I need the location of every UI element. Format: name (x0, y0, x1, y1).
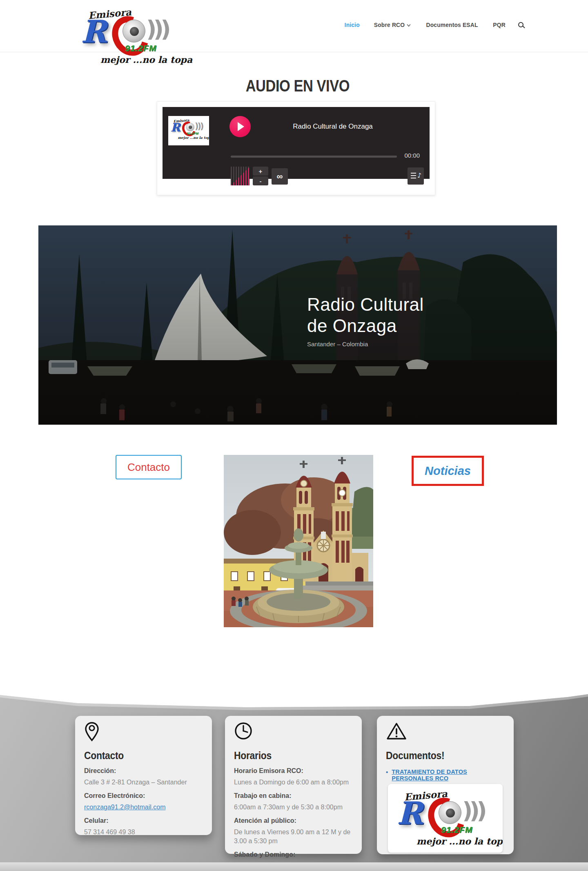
hero-banner: Radio Cultural de Onzaga Santander – Col… (38, 225, 557, 425)
rco-logo: Emisora R ))) 91.2FM mejor ...no la topa (393, 788, 499, 849)
hours-label: Trabajo en cabina: (234, 792, 353, 800)
location-pin-icon (84, 722, 100, 742)
playlist-lines-icon (411, 173, 416, 178)
nav-documentos-esal[interactable]: Documentos ESAL (426, 21, 478, 28)
hours-value: 6:00am a 7:30am y de 5:30 a 8:00pm (234, 803, 353, 812)
footer-card-contact: Contacto Dirección: Calle 3 # 2-81 Onzag… (75, 716, 212, 835)
hours-value: De lunes a Viernes 9.00 am a 12 M y de 3… (234, 828, 353, 846)
news-button[interactable]: Noticias (412, 456, 484, 486)
music-note-icon: ♪ (417, 172, 421, 179)
play-button[interactable] (229, 116, 251, 137)
search-icon[interactable] (518, 22, 523, 27)
speaker-icon (439, 801, 461, 824)
contact-button[interactable]: Contacto (116, 455, 182, 479)
time-display: 00:00 (404, 152, 420, 159)
volume-slider[interactable] (231, 167, 249, 185)
site-header: Emisora R ))) 91.2FM mejor ...no la topa… (0, 0, 588, 52)
footer-top-notch (0, 690, 588, 710)
data-treatment-link[interactable]: TRATAMIENTO DE DATOS PERSONALES RCO (392, 769, 505, 782)
address-label: Dirección: (84, 767, 203, 775)
hours-value: Lunes a Domingo de 6:00 am a 8:00pm (234, 778, 353, 787)
sound-waves-icon: ))) (195, 121, 203, 131)
card-title: Horarios (234, 749, 353, 762)
nav-sobre-rco-label: Sobre RCO (374, 21, 405, 28)
church-photo (224, 455, 373, 627)
logo-r-letter: R (171, 122, 180, 133)
chevron-down-icon (407, 23, 410, 27)
audio-player: Emisora R ))) 91.2FM mejor ...no la topa… (163, 107, 430, 179)
phone-value: 57 314 469 49 38 (84, 828, 203, 837)
play-icon (238, 122, 244, 131)
clock-icon (234, 722, 253, 740)
bullet: • (386, 769, 388, 776)
rco-logo: Emisora R ))) 91.2FM mejor ...no la topa (77, 7, 183, 68)
logo-frequency: 91.2FM (187, 131, 199, 135)
hours-label: Atención al público: (234, 817, 353, 824)
footer-bottom-band (0, 862, 588, 871)
logo-r-letter: R (81, 16, 107, 47)
address-value: Calle 3 # 2-81 Onzaga – Santander (84, 778, 203, 787)
email-label: Correo Electrónico: (84, 792, 203, 800)
site-logo[interactable]: Emisora R ))) 91.2FM mejor ...no la topa (77, 7, 588, 68)
hours-label: Sábado y Domingo: (234, 851, 353, 858)
page-title: AUDIO EN VIVO (38, 77, 557, 95)
track-title: Radio Cultural de Onzaga (261, 123, 405, 131)
player-thumbnail: Emisora R ))) 91.2FM mejor ...no la topa (168, 116, 209, 145)
sound-waves-icon: ))) (462, 797, 484, 824)
card-title: Contacto (84, 749, 203, 762)
footer-logo-box: Emisora R ))) 91.2FM mejor ...no la topa (388, 784, 503, 853)
speaker-icon (186, 123, 194, 131)
nav-sobre-rco[interactable]: Sobre RCO (374, 21, 410, 28)
email-link[interactable]: rconzaga91.2@hotmail.com (84, 804, 165, 811)
nav-inicio[interactable]: Inicio (344, 21, 359, 28)
logo-tagline: mejor ...no la topa (100, 54, 192, 65)
hero-subtitle: Santander – Colombia (307, 341, 425, 348)
logo-tagline: mejor ...no la topa (178, 136, 209, 140)
sound-waves-icon: ))) (146, 16, 168, 42)
footer-card-hours: Horarios Horario Emisora RCO: Lunes a Do… (225, 716, 362, 854)
nav-pqr[interactable]: PQR (493, 21, 505, 28)
footer-card-documents: Documentos! • TRATAMIENTO DE DATOS PERSO… (377, 716, 514, 854)
audio-player-card: Emisora R ))) 91.2FM mejor ...no la topa… (157, 101, 435, 195)
footer: Contacto Dirección: Calle 3 # 2-81 Onzag… (0, 690, 588, 871)
phone-label: Celular: (84, 817, 203, 824)
playlist-button[interactable]: ♪ (408, 167, 424, 185)
rco-logo: Emisora R ))) 91.2FM mejor ...no la topa (169, 118, 208, 141)
warning-triangle-icon (386, 722, 407, 740)
volume-level (231, 167, 249, 185)
hero-photo (38, 225, 557, 425)
logo-frequency: 91.2FM (441, 825, 472, 835)
logo-r-letter: R (397, 798, 423, 829)
hero-title: Radio Cultural de Onzaga (307, 294, 425, 336)
main-nav: Inicio Sobre RCO Documentos ESAL PQR (344, 21, 523, 28)
logo-tagline: mejor ...no la topa (416, 836, 503, 846)
hours-label: Horario Emisora RCO: (234, 767, 353, 775)
page: Emisora R ))) 91.2FM mejor ...no la topa… (0, 0, 588, 871)
loop-button[interactable]: ∞ (272, 168, 288, 185)
volume-down-button[interactable]: - (253, 176, 268, 185)
card-title: Documentos! (386, 749, 505, 762)
volume-up-button[interactable]: + (253, 167, 268, 176)
logo-frequency: 91.2FM (125, 43, 156, 53)
speaker-icon (122, 20, 145, 42)
progress-bar[interactable] (231, 156, 397, 158)
